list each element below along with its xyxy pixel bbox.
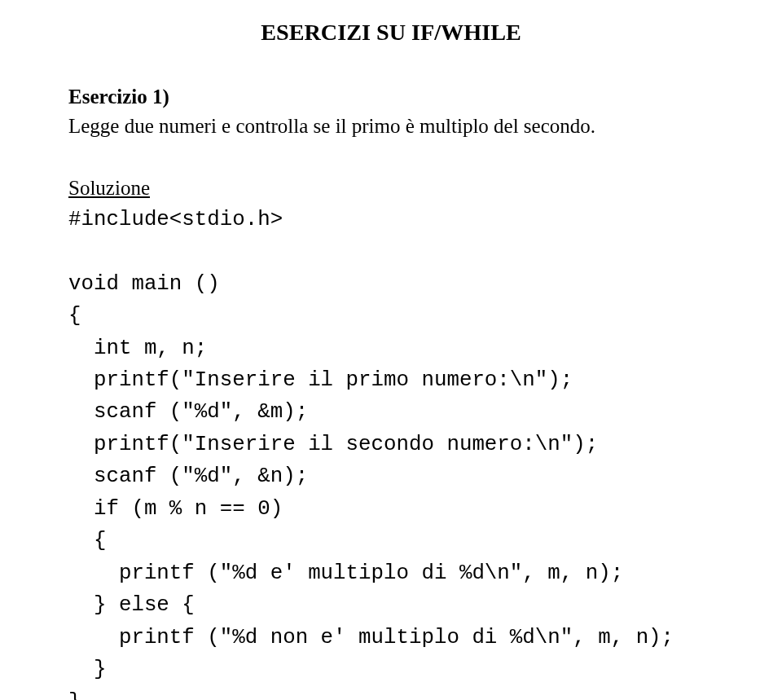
- code-line: }: [68, 658, 106, 681]
- code-line: printf ("%d e' multiplo di %d\n", m, n);: [68, 561, 623, 585]
- code-line: } else {: [68, 593, 195, 617]
- code-line: {: [68, 304, 81, 328]
- exercise-heading: Esercizio 1): [68, 82, 714, 112]
- code-line: void main (): [68, 272, 220, 296]
- document-page: ESERCIZI SU IF/WHILE Esercizio 1) Legge …: [0, 0, 782, 700]
- code-line: int m, n;: [68, 337, 207, 360]
- code-line: }: [68, 690, 81, 700]
- code-line: if (m % n == 0): [68, 497, 283, 521]
- code-block: #include<stdio.h> void main () { int m, …: [68, 204, 714, 700]
- code-line: scanf ("%d", &m);: [68, 400, 308, 424]
- code-line: {: [68, 529, 106, 553]
- page-title: ESERCIZI SU IF/WHILE: [68, 16, 714, 50]
- solution-label: Soluzione: [68, 174, 714, 203]
- code-line: printf("Inserire il primo numero:\n");: [68, 368, 573, 392]
- exercise-body: Legge due numeri e controlla se il primo…: [68, 112, 714, 141]
- code-line: scanf ("%d", &n);: [68, 464, 308, 488]
- code-line: #include<stdio.h>: [68, 208, 283, 231]
- code-line: printf("Inserire il secondo numero:\n");: [68, 433, 598, 456]
- code-line: printf ("%d non e' multiplo di %d\n", m,…: [68, 626, 674, 649]
